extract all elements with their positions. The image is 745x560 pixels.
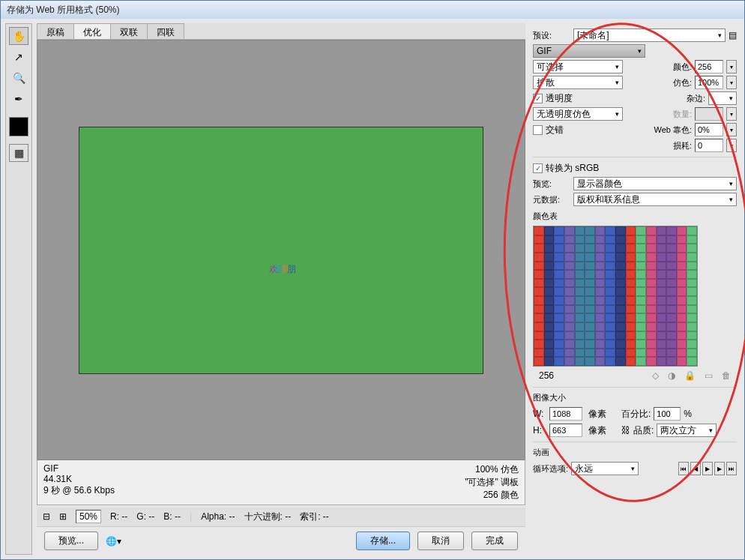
info-colors: 256 颜色	[465, 489, 519, 502]
info-format: GIF	[43, 463, 115, 474]
srgb-label: 转换为 sRGB	[546, 162, 599, 175]
colortable-title: 颜色表	[533, 211, 737, 223]
metadata-label: 元数据:	[533, 194, 570, 205]
preview-mode-dropdown[interactable]: 显示器颜色	[573, 177, 737, 190]
websnap-input[interactable]	[695, 123, 723, 136]
lossy-input[interactable]	[695, 139, 723, 152]
preview-mode-label: 预览:	[533, 178, 570, 190]
toolbar: ✋ ↗ 🔍 ✒ ▦	[5, 23, 32, 555]
transparency-label: 透明度	[546, 92, 573, 105]
anim-prev-icon[interactable]: ◀	[690, 462, 701, 475]
preview-area[interactable]: 欢迎新朋	[37, 40, 525, 460]
amount-dropdown-icon[interactable]: ▾	[726, 107, 737, 121]
canvas-text: 欢迎新朋	[269, 213, 293, 287]
settings-panel: 预设: [未命名] ▤ GIF 可选择 颜色: ▾ 扩散 仿色: ▾ ✓ 透	[530, 23, 740, 555]
format-dropdown[interactable]: GIF	[533, 44, 645, 58]
main-area: 原稿 优化 双联 四联 欢迎新朋 GIF 44.31K 9 秒 @ 56.6 K…	[37, 23, 525, 555]
bottom-bar: 预览... 🌐▾ 存储... 取消 完成	[37, 526, 525, 555]
loop-label: 循环选项:	[533, 463, 568, 475]
reduction-dropdown[interactable]: 可选择	[533, 60, 623, 73]
zoom-out-icon[interactable]: ⊟	[43, 511, 50, 522]
anim-first-icon[interactable]: ⏮	[678, 462, 689, 475]
window-title: 存储为 Web 所用格式 (50%)	[1, 1, 744, 19]
srgb-checkbox[interactable]: ✓	[533, 163, 543, 173]
slice-tool[interactable]: ↗	[9, 48, 28, 66]
info-size: 44.31K	[43, 474, 115, 484]
percent-symbol: %	[684, 409, 692, 419]
anim-play-icon[interactable]: ▶	[702, 462, 713, 475]
ct-trash-icon[interactable]: 🗑	[722, 370, 731, 381]
hand-tool[interactable]: ✋	[9, 27, 28, 45]
websnap-dropdown-icon[interactable]: ▾	[726, 123, 737, 136]
quality-label: 品质:	[633, 424, 654, 437]
px-label-1: 像素	[588, 408, 618, 421]
tab-2up[interactable]: 双联	[110, 23, 148, 39]
height-input[interactable]	[549, 424, 582, 437]
dither-dropdown-icon[interactable]: ▾	[726, 76, 737, 89]
anim-last-icon[interactable]: ⏭	[726, 462, 737, 475]
quality-dropdown[interactable]: 两次立方	[657, 424, 717, 437]
imgsize-title: 图像大小	[533, 392, 737, 405]
preview-button[interactable]: 预览...	[44, 532, 98, 550]
w-label: W:	[533, 409, 546, 419]
zoom-tool[interactable]: 🔍	[9, 69, 28, 87]
percent-input[interactable]	[654, 407, 681, 421]
percent-label: 百分比:	[621, 408, 651, 421]
view-tabs: 原稿 优化 双联 四联	[37, 23, 525, 40]
link-icon[interactable]: ⛓	[621, 425, 630, 436]
zoom-value[interactable]: 50%	[76, 510, 101, 523]
tab-4up[interactable]: 四联	[147, 23, 184, 39]
info-dither: 100% 仿色	[465, 463, 519, 476]
info-bar: GIF 44.31K 9 秒 @ 56.6 Kbps 100% 仿色 "可选择"…	[37, 460, 525, 505]
colors-dropdown-icon[interactable]: ▾	[726, 60, 737, 73]
lossy-dropdown-icon[interactable]: ▾	[726, 139, 737, 152]
dither-method-dropdown[interactable]: 扩散	[533, 76, 623, 89]
amount-label: 数量:	[673, 109, 692, 120]
preset-dropdown[interactable]: [未命名]	[573, 28, 726, 42]
anim-next-icon[interactable]: ▶	[714, 462, 725, 475]
readout-r: R: --	[110, 511, 127, 522]
colors-label: 颜色:	[673, 61, 692, 73]
readout-alpha: Alpha: --	[201, 511, 235, 522]
colortable-count: 256	[539, 370, 554, 381]
interlaced-checkbox[interactable]	[533, 125, 543, 135]
panel-menu-icon[interactable]: ▤	[729, 30, 737, 40]
color-table[interactable]	[533, 226, 698, 367]
ct-new-icon[interactable]: ▭	[705, 370, 713, 381]
loop-dropdown[interactable]: 永远	[571, 462, 639, 475]
matte-dropdown[interactable]	[708, 91, 737, 105]
eyedropper-tool[interactable]: ✒	[9, 90, 28, 108]
px-label-2: 像素	[588, 424, 618, 437]
readout-b: B: --	[163, 511, 181, 522]
ct-icon-2[interactable]: ◑	[668, 370, 675, 381]
interlaced-label: 交错	[546, 124, 564, 136]
tab-original[interactable]: 原稿	[37, 23, 74, 39]
ct-icon-1[interactable]: ◇	[652, 370, 659, 381]
readout-g: G: --	[136, 511, 154, 522]
trans-dither-dropdown[interactable]: 无透明度仿色	[533, 107, 623, 121]
amount-input	[695, 107, 723, 121]
metadata-dropdown[interactable]: 版权和联系信息	[573, 193, 737, 206]
browser-icon[interactable]: 🌐▾	[106, 536, 121, 547]
h-label: H:	[533, 425, 546, 436]
color-swatch[interactable]	[9, 117, 28, 136]
readout-hex: 十六进制: --	[244, 511, 292, 523]
lossy-label: 损耗:	[673, 140, 692, 151]
transparency-checkbox[interactable]: ✓	[533, 94, 543, 103]
cancel-button[interactable]: 取消	[417, 532, 464, 550]
toggle-slices-icon[interactable]: ▦	[9, 144, 28, 162]
anim-title: 动画	[533, 447, 737, 460]
info-palette: "可选择" 调板	[465, 476, 519, 489]
done-button[interactable]: 完成	[471, 532, 518, 550]
save-button[interactable]: 存储...	[356, 532, 410, 550]
width-input[interactable]	[549, 407, 582, 421]
ct-lock-icon[interactable]: 🔒	[684, 370, 696, 381]
zoom-in-icon[interactable]: ⊞	[59, 511, 67, 522]
matte-label: 杂边:	[687, 93, 705, 104]
readout-index: 索引: --	[300, 511, 329, 523]
websnap-label: Web 靠色:	[654, 124, 692, 136]
colors-input[interactable]	[695, 60, 723, 73]
tab-optimized[interactable]: 优化	[73, 23, 111, 39]
dither-input[interactable]	[695, 76, 723, 89]
preset-label: 预设:	[533, 30, 570, 41]
